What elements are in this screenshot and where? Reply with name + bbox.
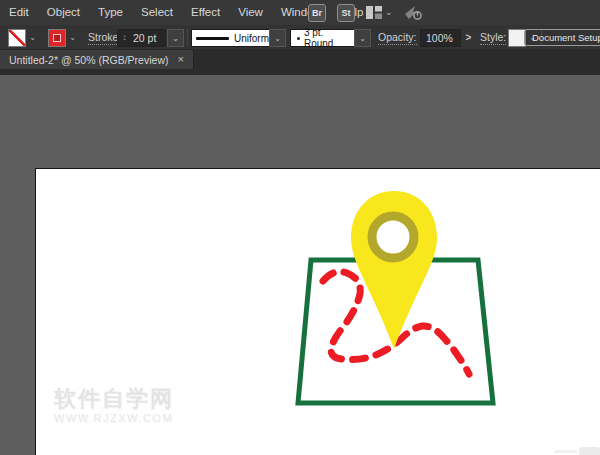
pin-ring-shape[interactable]	[372, 216, 414, 258]
stroke-width-stepper[interactable]: ⌃ ⌄	[120, 30, 129, 46]
menu-bar: Edit Object Type Select Effect View Wind…	[0, 0, 600, 25]
opacity-expand-button[interactable]: >	[461, 29, 476, 45]
workspace-switcher[interactable]: ⌄	[366, 6, 393, 19]
chevron-down-icon: ⌄	[385, 8, 393, 17]
brush-dot-icon	[297, 37, 300, 40]
menubar-icon-group: Br St ⌄	[308, 0, 422, 25]
workspace-grid-icon	[366, 6, 382, 19]
control-bar: ⌄ ⌄ Stroke: ⌃ ⌄ 20 pt ⌄ Uniform ⌄ 3 pt. …	[0, 25, 600, 50]
brush-definition-dropdown[interactable]: 3 pt. Round	[290, 29, 355, 47]
menu-effect[interactable]: Effect	[182, 0, 229, 25]
menu-edit[interactable]: Edit	[0, 0, 38, 25]
stock-button[interactable]: St	[337, 4, 355, 22]
gpu-performance-icon[interactable]	[404, 5, 422, 20]
stepper-down-icon[interactable]: ⌄	[122, 36, 127, 41]
document-tab-title: Untitled-2* @ 50% (RGB/Preview)	[9, 54, 168, 66]
width-profile-chevron-button[interactable]: ⌄	[269, 29, 286, 47]
canvas-pasteboard[interactable]: 软件自学网 WWW.RJZXW.COM	[0, 75, 600, 455]
chevron-down-icon: ⌄	[274, 34, 281, 43]
brush-definition-chevron-button[interactable]: ⌄	[354, 29, 371, 47]
stroke-color-swatch[interactable]	[48, 29, 66, 47]
artboard[interactable]: 软件自学网 WWW.RJZXW.COM	[35, 168, 600, 455]
bridge-button[interactable]: Br	[308, 4, 326, 22]
opacity-value: 100%	[426, 32, 453, 44]
document-tab-bar: Untitled-2* @ 50% (RGB/Preview) ×	[0, 50, 600, 75]
chevron-down-icon[interactable]: ⌄	[26, 29, 39, 45]
stroke-width-value: 20 pt	[133, 32, 156, 44]
document-tab[interactable]: Untitled-2* @ 50% (RGB/Preview) ×	[0, 50, 194, 69]
chevron-down-icon: ⌄	[359, 34, 366, 43]
stroke-width-dropdown-button[interactable]: ⌄	[167, 29, 184, 47]
chevron-down-icon: ⌄	[172, 34, 179, 43]
menu-object[interactable]: Object	[38, 0, 89, 25]
separator	[187, 29, 188, 45]
brush-definition-value: 3 pt. Round	[304, 27, 354, 49]
close-icon[interactable]: ×	[177, 54, 183, 65]
width-profile-value: Uniform	[234, 33, 269, 44]
stroke-indicator-icon	[53, 34, 61, 42]
style-label[interactable]: Style:	[480, 25, 506, 49]
width-profile-dropdown[interactable]: Uniform	[191, 29, 270, 47]
watermark-fragment	[579, 447, 600, 455]
document-setup-button[interactable]: Document Setup	[524, 29, 600, 46]
fill-color-swatch[interactable]	[8, 29, 26, 47]
menu-view[interactable]: View	[229, 0, 272, 25]
menu-select[interactable]: Select	[132, 0, 182, 25]
uniform-stroke-icon	[196, 37, 229, 40]
expand-right-icon: >	[466, 32, 472, 43]
artwork-svg	[36, 169, 600, 455]
opacity-field[interactable]: 100%	[420, 29, 461, 47]
stroke-width-field[interactable]: ⌃ ⌄ 20 pt	[117, 29, 166, 47]
chevron-down-icon[interactable]: ⌄	[66, 29, 79, 45]
menu-type[interactable]: Type	[89, 0, 132, 25]
opacity-label[interactable]: Opacity:	[378, 25, 417, 49]
watermark-fragment	[554, 450, 578, 453]
